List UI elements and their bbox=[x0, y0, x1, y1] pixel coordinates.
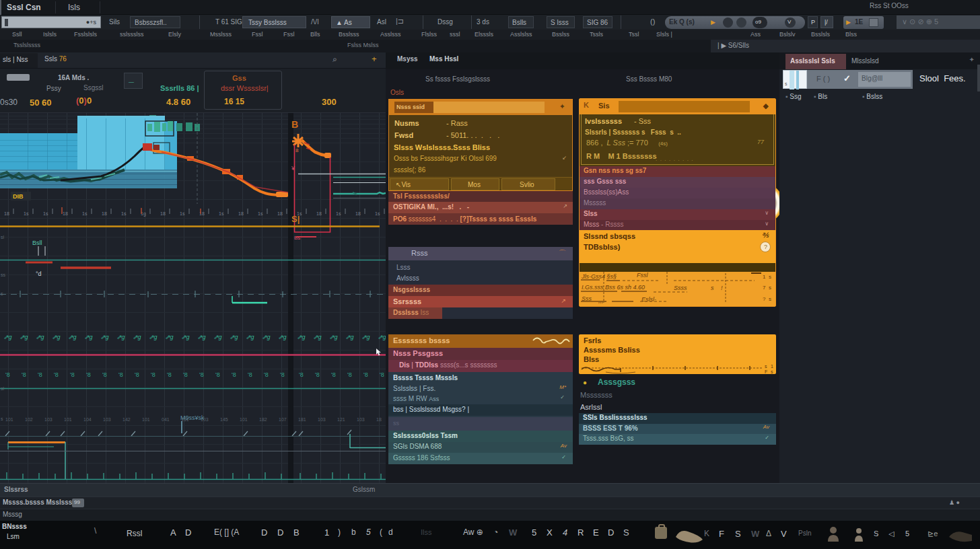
svg-text:18: 18 bbox=[355, 211, 361, 216]
svg-text:⇗g: ⇗g bbox=[3, 334, 12, 340]
svg-text:I.Gs.sss Bss 6s sh 4.60: I.Gs.sss Bss 6s sh 4.60 bbox=[582, 284, 645, 291]
svg-text:ss: ss bbox=[1, 272, 6, 277]
svg-text:s: s bbox=[769, 274, 771, 280]
svg-text:Bs: Bs bbox=[294, 235, 300, 241]
svg-text:182: 182 bbox=[259, 417, 267, 422]
svg-text:B: B bbox=[291, 119, 298, 130]
svg-text:101: 101 bbox=[5, 417, 13, 422]
svg-text:102: 102 bbox=[25, 417, 33, 422]
svg-text:041: 041 bbox=[162, 417, 170, 422]
svg-text:s: s bbox=[769, 296, 771, 302]
svg-text:⇗g: ⇗g bbox=[213, 334, 222, 340]
svg-text:'8: '8 bbox=[215, 371, 220, 378]
svg-text:⇗g: ⇗g bbox=[116, 334, 125, 340]
svg-text:⇗g: ⇗g bbox=[165, 334, 174, 340]
svg-text:DIB: DIB bbox=[13, 193, 24, 200]
svg-text:⇗g: ⇗g bbox=[297, 334, 306, 340]
svg-text:'8: '8 bbox=[280, 371, 285, 378]
svg-text:s: s bbox=[711, 285, 714, 291]
svg-text:1: 1 bbox=[771, 364, 773, 369]
svg-text:'8: '8 bbox=[248, 371, 252, 378]
svg-text:104: 104 bbox=[83, 417, 92, 422]
svg-text:181: 181 bbox=[298, 417, 306, 422]
svg-text:1s: 1s bbox=[24, 211, 29, 216]
svg-text:'8: '8 bbox=[299, 371, 304, 378]
svg-text:101: 101 bbox=[64, 417, 72, 422]
svg-text:⇗g: ⇗g bbox=[149, 334, 158, 340]
svg-text:142: 142 bbox=[123, 417, 131, 422]
svg-text:1s: 1s bbox=[121, 211, 127, 216]
svg-text:⇗g: ⇗g bbox=[262, 334, 271, 340]
svg-text:1: 1 bbox=[763, 274, 766, 280]
svg-text:⇗g: ⇗g bbox=[68, 334, 77, 340]
svg-text:Eslsl-: Eslsl- bbox=[641, 296, 656, 303]
svg-text:101: 101 bbox=[240, 417, 248, 422]
svg-text:18: 18 bbox=[316, 211, 322, 216]
svg-text:?: ? bbox=[763, 296, 766, 302]
svg-text:⇗g: ⇗g bbox=[246, 334, 254, 340]
svg-text:107: 107 bbox=[279, 417, 287, 422]
svg-text:'8: '8 bbox=[199, 371, 204, 378]
svg-text:sl: sl bbox=[1, 386, 5, 391]
svg-text:⇗g: ⇗g bbox=[20, 334, 28, 340]
svg-text:'8: '8 bbox=[22, 371, 26, 378]
svg-text:'8: '8 bbox=[363, 371, 368, 378]
svg-text:7: 7 bbox=[763, 285, 766, 291]
svg-text:1s: 1s bbox=[297, 211, 302, 216]
svg-text:18: 18 bbox=[238, 211, 244, 216]
svg-text:¥: ¥ bbox=[291, 165, 295, 172]
svg-text:103: 103 bbox=[318, 417, 326, 422]
svg-text:'8: '8 bbox=[331, 371, 336, 378]
svg-text:F: F bbox=[765, 369, 767, 374]
svg-text:⇗g: ⇗g bbox=[361, 334, 370, 340]
svg-text:'8: '8 bbox=[315, 371, 320, 378]
svg-text:⇗g: ⇗g bbox=[133, 334, 141, 340]
svg-text:'8: '8 bbox=[135, 371, 139, 378]
svg-text:18: 18 bbox=[102, 211, 107, 216]
svg-text:Sss: Sss bbox=[582, 295, 592, 302]
svg-text:'8: '8 bbox=[151, 371, 155, 378]
svg-text:⇗g: ⇗g bbox=[52, 334, 61, 340]
svg-text:'8: '8 bbox=[38, 371, 42, 378]
svg-text:⇗g: ⇗g bbox=[84, 334, 93, 340]
svg-text:s: s bbox=[1, 291, 3, 296]
svg-text:1s: 1s bbox=[258, 211, 263, 216]
svg-text:M9ss¥sk: M9ss¥sk bbox=[180, 414, 205, 421]
svg-text:!: ! bbox=[721, 285, 723, 291]
svg-text:s: s bbox=[1, 416, 3, 421]
svg-text:121: 121 bbox=[337, 417, 345, 422]
svg-text:sl: sl bbox=[1, 235, 5, 240]
svg-text:'8: '8 bbox=[70, 371, 75, 378]
svg-text:⇗g: ⇗g bbox=[36, 334, 44, 340]
svg-text:18: 18 bbox=[160, 211, 166, 216]
svg-text:'8: '8 bbox=[167, 371, 172, 378]
svg-text:s: s bbox=[769, 285, 771, 291]
svg-text:18: 18 bbox=[4, 211, 9, 216]
svg-text:1s: 1s bbox=[43, 211, 48, 216]
svg-text:145: 145 bbox=[220, 417, 228, 422]
svg-text:'8: '8 bbox=[5, 371, 10, 378]
svg-text:18: 18 bbox=[277, 211, 283, 216]
svg-text:18: 18 bbox=[63, 211, 68, 216]
svg-text:⇗g: ⇗g bbox=[329, 334, 338, 340]
svg-text:°d: °d bbox=[36, 270, 42, 277]
svg-text:s: s bbox=[771, 369, 773, 374]
svg-text:⇗g: ⇗g bbox=[181, 334, 190, 340]
svg-text:⇗g: ⇗g bbox=[230, 334, 238, 340]
svg-text:'8: '8 bbox=[118, 371, 123, 378]
svg-text:1s: 1s bbox=[180, 211, 185, 216]
svg-text:Jls-Gss4 §s§: Jls-Gss4 §s§ bbox=[581, 273, 617, 280]
svg-text:'8: '8 bbox=[232, 371, 236, 378]
svg-text:Bsll: Bsll bbox=[32, 240, 42, 246]
svg-text:8: 8 bbox=[295, 147, 299, 153]
svg-text:s: s bbox=[765, 364, 767, 369]
svg-text:'8: '8 bbox=[264, 371, 269, 378]
svg-text:⇗g: ⇗g bbox=[313, 334, 322, 340]
svg-text:Fssl: Fssl bbox=[637, 272, 648, 279]
svg-text:103: 103 bbox=[103, 417, 111, 422]
svg-text:'8: '8 bbox=[380, 371, 384, 378]
svg-text:103: 103 bbox=[44, 417, 53, 422]
svg-text:Ssss: Ssss bbox=[674, 285, 687, 291]
svg-text:1s: 1s bbox=[336, 211, 341, 216]
svg-text:1s: 1s bbox=[219, 211, 224, 216]
